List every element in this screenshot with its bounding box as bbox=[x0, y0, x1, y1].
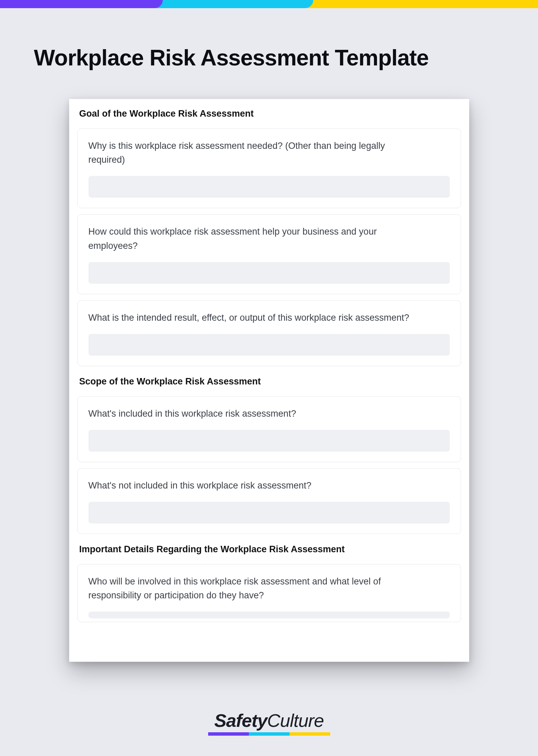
page-title: Workplace Risk Assessment Template bbox=[34, 45, 504, 70]
question-block: Why is this workplace risk assessment ne… bbox=[77, 128, 461, 208]
answer-input[interactable] bbox=[88, 612, 450, 618]
question-label: What's included in this workplace risk a… bbox=[88, 407, 414, 421]
question-block: Who will be involved in this workplace r… bbox=[77, 564, 461, 622]
answer-input[interactable] bbox=[88, 334, 450, 356]
question-label: What is the intended result, effect, or … bbox=[88, 311, 414, 325]
underline-purple bbox=[208, 732, 249, 736]
answer-input[interactable] bbox=[88, 262, 450, 284]
section-heading-scope: Scope of the Workplace Risk Assessment bbox=[79, 376, 459, 387]
underline-yellow bbox=[290, 732, 330, 736]
question-label: Who will be involved in this workplace r… bbox=[88, 575, 414, 603]
answer-input[interactable] bbox=[88, 176, 450, 198]
question-block: How could this workplace risk assessment… bbox=[77, 214, 461, 294]
brand-bold: Safety bbox=[214, 710, 267, 731]
answer-input[interactable] bbox=[88, 502, 450, 523]
underline-cyan bbox=[249, 732, 290, 736]
section-heading-details: Important Details Regarding the Workplac… bbox=[79, 544, 459, 555]
answer-input[interactable] bbox=[88, 430, 450, 452]
top-accent-bar bbox=[0, 0, 538, 8]
section-heading-goal: Goal of the Workplace Risk Assessment bbox=[79, 108, 459, 119]
form-card: Goal of the Workplace Risk Assessment Wh… bbox=[69, 99, 469, 662]
question-label: How could this workplace risk assessment… bbox=[88, 225, 414, 253]
brand-logo-text: SafetyCulture bbox=[214, 710, 324, 731]
brand-underline bbox=[208, 732, 330, 736]
brand-light: Culture bbox=[267, 710, 324, 731]
question-label: Why is this workplace risk assessment ne… bbox=[88, 139, 414, 167]
question-block: What is the intended result, effect, or … bbox=[77, 300, 461, 366]
accent-purple bbox=[0, 0, 163, 8]
footer-brand: SafetyCulture bbox=[0, 710, 538, 736]
question-block: What's not included in this workplace ri… bbox=[77, 468, 461, 534]
question-label: What's not included in this workplace ri… bbox=[88, 479, 414, 493]
question-block: What's included in this workplace risk a… bbox=[77, 396, 461, 462]
